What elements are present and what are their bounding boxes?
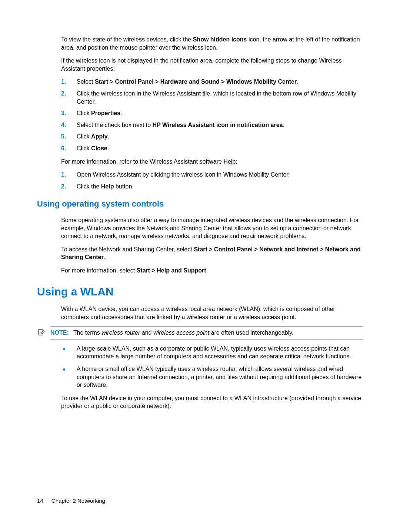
- intro-paragraph-2: If the wireless icon is not displayed in…: [61, 57, 363, 73]
- bold-text: Start > Control Panel > Hardware and Sou…: [95, 78, 297, 85]
- text: .: [107, 145, 109, 151]
- steps-list-2: 1. Open Wireless Assistant by clicking t…: [61, 171, 363, 190]
- page-footer: 14 Chapter 2 Networking: [37, 497, 105, 505]
- note-text: NOTE:The terms wireless router and wirel…: [50, 326, 363, 339]
- step-number: 5.: [61, 133, 77, 141]
- step-body: Click Close.: [77, 144, 363, 153]
- bullet-icon: ●: [61, 345, 77, 361]
- bullet-body: A large-scale WLAN, such as a corporate …: [77, 345, 363, 361]
- text: Click the: [77, 183, 101, 190]
- bold-text: Apply: [91, 133, 107, 140]
- intro-paragraph-1: To view the state of the wireless device…: [61, 36, 363, 51]
- step-body: Click the wireless icon in the Wireless …: [77, 90, 363, 106]
- note-block: NOTE:The terms wireless router and wirel…: [37, 326, 363, 339]
- text: The terms: [73, 329, 101, 336]
- wlan-paragraph-1: With a WLAN device, you can access a wir…: [61, 305, 363, 321]
- bold-text: Help: [101, 183, 114, 190]
- step-number: 2.: [61, 183, 77, 191]
- text: Select the check box next to: [77, 122, 153, 128]
- list-item: ● A home or small office WLAN typically …: [61, 365, 363, 389]
- text: .: [297, 78, 298, 85]
- os-controls-paragraph-2: To access the Network and Sharing Center…: [61, 245, 363, 261]
- step-number: 1.: [61, 171, 77, 179]
- steps-list-1: 1. Select Start > Control Panel > Hardwa…: [61, 78, 363, 152]
- section-heading-wlan: Using a WLAN: [37, 284, 363, 300]
- step-body: Select Start > Control Panel > Hardware …: [77, 78, 363, 86]
- list-item: 2. Click the wireless icon in the Wirele…: [61, 90, 363, 106]
- italic-text: wireless access point: [153, 329, 209, 336]
- text: are often used interchangeably.: [209, 329, 293, 336]
- os-controls-paragraph-3: For more information, select Start > Hel…: [61, 267, 363, 275]
- text: To view the state of the wireless device…: [61, 36, 193, 43]
- page-number: 14: [37, 498, 43, 504]
- step-number: 1.: [61, 78, 77, 86]
- text: .: [108, 133, 109, 140]
- bullet-icon: ●: [61, 365, 77, 389]
- text: Click: [77, 110, 91, 116]
- text: Click: [77, 133, 91, 140]
- text: .: [283, 122, 284, 128]
- step-body: Click Properties.: [77, 109, 363, 117]
- text: To access the Network and Sharing Center…: [61, 246, 194, 252]
- step-number: 2.: [61, 90, 77, 106]
- list-item: 6. Click Close.: [61, 144, 363, 153]
- note-label: NOTE:: [50, 329, 69, 336]
- step-number: 6.: [61, 144, 77, 153]
- text: Click: [77, 145, 91, 151]
- list-item: 5. Click Apply.: [61, 133, 363, 141]
- text: Select: [77, 78, 95, 85]
- os-controls-paragraph-1: Some operating systems also offer a way …: [61, 216, 363, 240]
- step-body: Open Wireless Assistant by clicking the …: [77, 171, 363, 179]
- chapter-label: Chapter 2 Networking: [51, 498, 105, 504]
- list-item: 4. Select the check box next to HP Wirel…: [61, 121, 363, 129]
- text: For more information, select: [61, 267, 137, 274]
- wlan-bullet-list: ● A large-scale WLAN, such as a corporat…: [61, 345, 363, 389]
- bold-text: Properties: [91, 110, 120, 116]
- list-item: ● A large-scale WLAN, such as a corporat…: [61, 345, 363, 361]
- bold-text: Start > Help and Support: [137, 267, 206, 274]
- text: .: [206, 267, 208, 274]
- note-icon: [37, 326, 50, 338]
- list-item: 1. Select Start > Control Panel > Hardwa…: [61, 78, 363, 86]
- text: and: [140, 329, 153, 336]
- text: .: [104, 254, 105, 260]
- step-number: 3.: [61, 109, 77, 117]
- step-body: Click the Help button.: [77, 183, 363, 191]
- step-body: Select the check box next to HP Wireless…: [77, 121, 363, 129]
- bold-text: Close: [91, 145, 107, 151]
- italic-text: wireless router: [101, 329, 140, 336]
- document-pencil-icon: [37, 328, 45, 337]
- list-item: 3. Click Properties.: [61, 109, 363, 117]
- subheading-os-controls: Using operating system controls: [37, 198, 363, 210]
- step-number: 4.: [61, 121, 77, 129]
- text: .: [120, 110, 122, 116]
- step-body: Click Apply.: [77, 133, 363, 141]
- list-item: 1. Open Wireless Assistant by clicking t…: [61, 171, 363, 179]
- bullet-body: A home or small office WLAN typically us…: [77, 365, 363, 389]
- closing-paragraph: To use the WLAN device in your computer,…: [61, 394, 363, 410]
- bold-text: HP Wireless Assistant icon in notificati…: [153, 122, 283, 128]
- bold-text: Show hidden icons: [193, 36, 247, 43]
- mid-paragraph: For more information, refer to the Wirel…: [61, 158, 363, 166]
- list-item: 2. Click the Help button.: [61, 183, 363, 191]
- text: button.: [114, 183, 133, 190]
